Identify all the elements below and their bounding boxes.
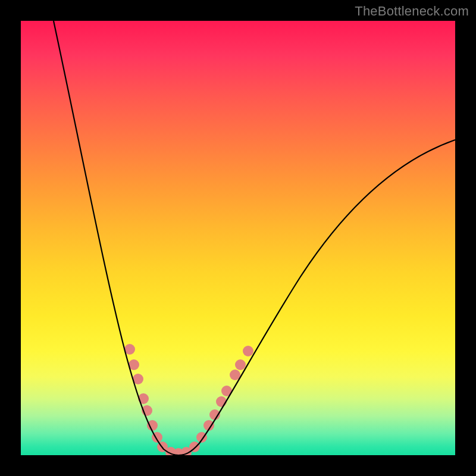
dot-layer bbox=[124, 344, 253, 455]
data-dot bbox=[147, 420, 158, 431]
chart-svg bbox=[21, 21, 455, 455]
chart-frame: TheBottleneck.com bbox=[0, 0, 476, 476]
curve-right bbox=[178, 140, 455, 455]
data-dot bbox=[243, 346, 253, 356]
curve-left bbox=[54, 21, 178, 455]
data-dot bbox=[216, 396, 227, 407]
plot-area bbox=[21, 21, 455, 455]
watermark-text: TheBottleneck.com bbox=[355, 4, 469, 19]
data-dot bbox=[235, 359, 246, 370]
